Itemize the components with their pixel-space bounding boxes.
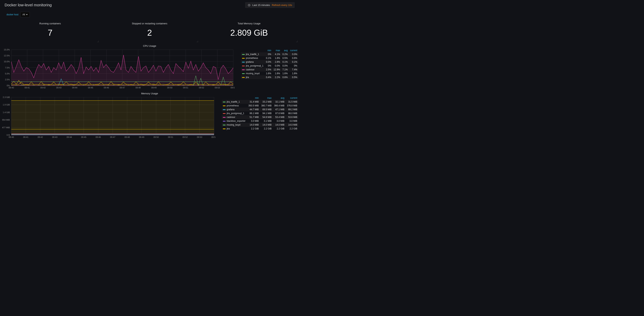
legend-row[interactable]: blackbox_exporter3.0 MiB3.1 MiB3.0 MiB3.… — [222, 119, 298, 123]
cpu-chart[interactable]: 0%2.5%5.0%7.5%10.0%12.5%15.0%09:4009:410… — [1, 48, 239, 90]
stats-row: Running containers 7 Stopped or restarti… — [0, 20, 299, 43]
panel-cpu-usage[interactable]: CPU Usage 0%2.5%5.0%7.5%10.0%12.5%15.0%0… — [0, 43, 299, 90]
svg-text:12.5%: 12.5% — [4, 54, 10, 57]
svg-text:09:48: 09:48 — [124, 136, 130, 138]
svg-text:09:40: 09:40 — [9, 136, 14, 138]
svg-text:09:43: 09:43 — [56, 86, 62, 89]
svg-text:09:53: 09:53 — [215, 86, 220, 89]
clock-icon — [248, 4, 250, 6]
svg-text:09:48: 09:48 — [136, 86, 141, 89]
cpu-legend: minmaxavgcurrentjira_traefik_10%4.1%0.2%… — [241, 48, 298, 90]
stat-value: 2.809 GiB — [200, 28, 298, 38]
panel-title: Running containers — [1, 22, 100, 25]
svg-text:09:41: 09:41 — [24, 86, 30, 89]
legend-row[interactable]: cadvisor2.5%12.9%7.1%7.4% — [241, 68, 298, 72]
svg-text:09:46: 09:46 — [104, 86, 109, 89]
svg-text:09:40: 09:40 — [9, 86, 14, 89]
var-docker-host-value: All — [22, 13, 25, 16]
svg-text:09:41: 09:41 — [23, 136, 28, 138]
svg-text:09:46: 09:46 — [96, 136, 101, 138]
memory-legend: minmaxavgcurrentjira_traefik_131.4 MiB33… — [222, 96, 298, 139]
legend-row[interactable]: musing_boyd1.6%1.6%1.6%1.6% — [241, 72, 298, 75]
svg-text:09:45: 09:45 — [81, 136, 86, 138]
legend-row[interactable]: jira_postgresql_10%0.0%0.0%0% — [241, 64, 298, 68]
dashboard-header: Docker low-level monitoring Last 15 minu… — [0, 0, 299, 10]
svg-text:09:54: 09:54 — [230, 86, 235, 89]
svg-text:09:42: 09:42 — [40, 86, 46, 89]
legend-row[interactable]: jira_traefik_10%4.1%0.2%0.0% — [241, 52, 298, 56]
svg-text:09:45: 09:45 — [88, 86, 93, 89]
legend-row[interactable]: grafana0.0%2.8%0.1%0.1% — [241, 60, 298, 64]
panel-title: Memory Usage — [1, 92, 298, 95]
panel-title: Stopped or restarting containers — [100, 22, 199, 25]
resize-handle-icon[interactable] — [296, 41, 298, 42]
svg-text:09:50: 09:50 — [167, 86, 172, 89]
svg-text:1.4 GiB: 1.4 GiB — [3, 111, 10, 114]
panel-title: Total Memory Usage — [200, 22, 298, 25]
svg-text:09:44: 09:44 — [66, 136, 72, 138]
svg-text:2.3 GiB: 2.3 GiB — [3, 96, 10, 98]
panel-memory-usage[interactable]: Memory Usage 0 B477 MiB954 MiB1.4 GiB1.9… — [0, 90, 299, 140]
chevron-down-icon — [26, 14, 28, 15]
stat-value: 7 — [1, 28, 100, 38]
legend-row[interactable]: grafana44.7 MiB69.5 MiB47.1 MiB69.2 MiB — [222, 108, 298, 112]
svg-text:954 MiB: 954 MiB — [2, 119, 10, 121]
svg-text:09:53: 09:53 — [197, 136, 202, 138]
panel-stopped-containers[interactable]: Stopped or restarting containers 2 — [100, 20, 199, 43]
svg-text:09:54: 09:54 — [211, 136, 216, 138]
panel-running-containers[interactable]: Running containers 7 — [1, 20, 100, 43]
svg-text:5.0%: 5.0% — [5, 72, 10, 75]
svg-text:477 MiB: 477 MiB — [2, 126, 10, 129]
stat-value: 2 — [100, 28, 199, 38]
legend-row[interactable]: jira_postgresql_186.1 MiB94.1 MiB87.6 Mi… — [222, 112, 298, 115]
dashboard-title[interactable]: Docker low-level monitoring — [4, 3, 52, 7]
svg-text:2.5%: 2.5% — [5, 78, 10, 81]
var-docker-host-dropdown[interactable]: All — [20, 12, 30, 17]
svg-text:10.0%: 10.0% — [4, 60, 10, 63]
svg-text:7.5%: 7.5% — [5, 66, 10, 69]
svg-text:09:44: 09:44 — [72, 86, 78, 89]
memory-chart[interactable]: 0 B477 MiB954 MiB1.4 GiB1.9 GiB2.3 GiB09… — [1, 96, 220, 139]
svg-text:09:52: 09:52 — [182, 136, 188, 138]
resize-handle-icon[interactable] — [196, 41, 198, 42]
svg-text:15.0%: 15.0% — [4, 48, 10, 51]
time-range-label: Last 15 minutes — [252, 4, 270, 6]
svg-text:1.9 GiB: 1.9 GiB — [3, 104, 10, 106]
svg-text:09:50: 09:50 — [154, 136, 159, 138]
panel-total-memory[interactable]: Total Memory Usage 2.809 GiB — [200, 20, 298, 43]
legend-row[interactable]: prometheus0.1%1.8%0.5%0.6% — [241, 56, 298, 60]
svg-text:09:42: 09:42 — [38, 136, 43, 138]
refresh-interval[interactable]: Refresh every 10s — [272, 4, 292, 6]
svg-text:09:52: 09:52 — [199, 86, 204, 89]
svg-text:09:49: 09:49 — [151, 86, 157, 89]
svg-text:09:43: 09:43 — [52, 136, 58, 138]
panel-title: CPU Usage — [1, 44, 298, 47]
svg-text:09:49: 09:49 — [139, 136, 144, 138]
svg-text:09:51: 09:51 — [183, 86, 188, 89]
svg-text:09:47: 09:47 — [120, 86, 125, 89]
legend-row[interactable]: jira_traefik_131.4 MiB33.2 MiB32.1 MiB31… — [222, 100, 298, 104]
resize-handle-icon[interactable] — [97, 41, 99, 42]
svg-text:09:47: 09:47 — [110, 136, 116, 138]
template-variables: docker host All — [0, 10, 299, 20]
svg-text:09:51: 09:51 — [168, 136, 173, 138]
var-docker-host-label: docker host — [4, 12, 20, 18]
legend-row[interactable]: jira2.2 GiB2.2 GiB2.2 GiB2.2 GiB — [222, 127, 298, 130]
legend-row[interactable]: musing_boyd14.0 MiB14.0 MiB14.0 MiB14.0 … — [222, 123, 298, 127]
legend-row[interactable]: prometheus350.5 MiB380.7 MiB366.4 MiB376… — [222, 104, 298, 108]
legend-row[interactable]: cadvisor51.7 MiB54.9 MiB53.4 MiB53.6 MiB — [222, 115, 298, 119]
legend-row[interactable]: jira0.4%2.2%0.6%0.5% — [241, 75, 298, 79]
time-range-picker[interactable]: Last 15 minutes Refresh every 10s — [245, 2, 294, 8]
